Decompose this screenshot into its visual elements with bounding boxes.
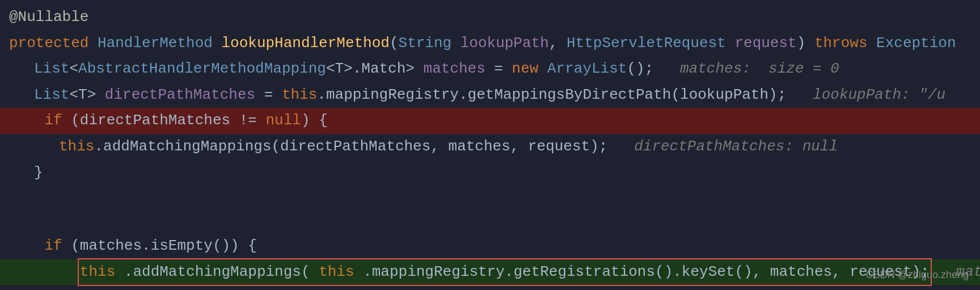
plain-token: .mappingRegistry.getRegistrations().keyS… — [363, 263, 930, 280]
code-editor: @Nullable protected HandlerMethod lookup… — [0, 0, 980, 290]
code-line-12: } — [0, 285, 980, 290]
plain-token: } — [34, 161, 43, 185]
param-token: request — [734, 32, 796, 56]
plain-token: .mappingRegistry.getMappingsByDirectPath… — [317, 83, 813, 107]
keyword-token: this — [282, 83, 317, 107]
type-token: List — [34, 57, 69, 81]
plain-token — [9, 260, 80, 284]
plain-token: < — [69, 57, 78, 81]
plain-token — [9, 109, 44, 133]
type-token: Exception — [876, 32, 956, 56]
plain-token: <T>.Match> — [326, 57, 424, 81]
type-token: String — [399, 32, 461, 56]
plain-token: = — [485, 57, 512, 81]
plain-token: } — [34, 286, 43, 290]
code-line-6: this .addMatchingMappings(directPathMatc… — [0, 134, 980, 160]
method-token: lookupHandlerMethod — [221, 32, 389, 56]
type-token: HandlerMethod — [98, 32, 221, 56]
code-line-4: List <T> directPathMatches = this .mappi… — [0, 82, 980, 108]
hint-token: lookupPath: "/u — [813, 83, 945, 107]
keyword-token: protected — [9, 32, 98, 56]
param-token: matches — [424, 57, 485, 81]
plain-token: (matches.isEmpty()) { — [71, 234, 257, 258]
param-token: directPathMatches — [105, 83, 255, 107]
keyword-token: if — [44, 109, 71, 133]
keyword-token: new — [512, 57, 547, 81]
plain-token: ( — [390, 32, 399, 56]
code-line-2: protected HandlerMethod lookupHandlerMet… — [0, 31, 980, 57]
plain-token: , — [549, 32, 567, 56]
code-line-9 — [0, 209, 980, 233]
plain-token: ) — [797, 32, 814, 56]
plain-token: <T> — [69, 83, 104, 107]
type-token: List — [34, 83, 69, 107]
annotation-token: @Nullable — [9, 6, 88, 30]
code-line-7: } — [0, 160, 980, 186]
plain-token: .addMatchingMappings(directPathMatches, … — [94, 135, 634, 159]
hint-token: matches: size = 0 — [680, 57, 839, 81]
plain-token: .addMatchingMappings( — [124, 263, 310, 280]
keyword-token: this — [59, 135, 94, 159]
highlighted-code-box: this .addMatchingMappings( this .mapping… — [80, 260, 930, 284]
watermark: CSDN @zhiguo.zheng — [866, 267, 969, 283]
code-line-8 — [0, 186, 980, 209]
code-line-1: @Nullable — [0, 5, 980, 31]
keyword-token: this — [80, 263, 115, 280]
plain-token: (); — [627, 57, 680, 81]
type-token: ArrayList — [547, 57, 627, 81]
code-line-5: if (directPathMatches != null ) { — [0, 108, 980, 134]
type-token: AbstractHandlerMethodMapping — [78, 57, 326, 81]
param-token: lookupPath — [461, 32, 549, 56]
hint-token: directPathMatches: null — [634, 135, 838, 159]
keyword-token: throws — [814, 32, 876, 56]
plain-token: = — [255, 83, 282, 107]
code-line-10: if (matches.isEmpty()) { — [0, 233, 980, 259]
plain-token: ) { — [301, 109, 328, 133]
keyword-token: this — [319, 263, 354, 280]
plain-token: (directPathMatches != — [71, 109, 265, 133]
keyword-token: null — [266, 109, 301, 133]
code-line-11: this .addMatchingMappings( this .mapping… — [0, 259, 980, 285]
type-token: HttpServletRequest — [567, 32, 734, 56]
plain-token — [9, 234, 44, 258]
code-line-3: List < AbstractHandlerMethodMapping <T>.… — [0, 56, 980, 82]
keyword-token: if — [44, 234, 71, 258]
